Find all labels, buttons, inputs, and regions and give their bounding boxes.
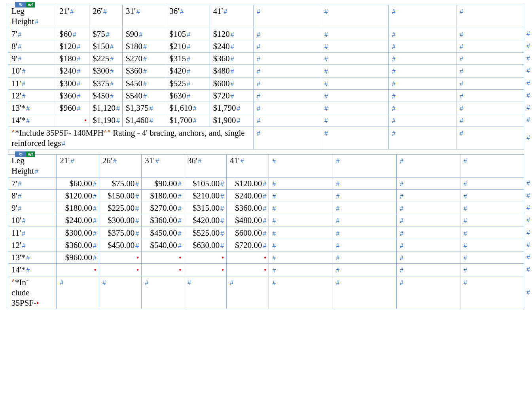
table-cell: $960#: [56, 102, 89, 114]
table-cell: 13'*#: [8, 102, 56, 114]
table-row: 11'#$300#$375#$450#$525#$600######: [8, 77, 524, 89]
table-cell: #: [333, 214, 396, 227]
table-cell: #: [396, 227, 460, 239]
table-cell: ##: [460, 227, 524, 239]
table-cell: #: [253, 28, 321, 40]
table-cell: •: [99, 251, 141, 264]
table-cell: 10'#: [8, 65, 56, 77]
table-header-cell: #: [253, 5, 321, 28]
table-cell: $75#: [89, 28, 123, 40]
table-cell: $420.00#: [184, 214, 226, 227]
table-cell: $105.00#: [184, 177, 226, 189]
table-cell: #: [269, 276, 333, 309]
table-header-cell: #: [456, 5, 524, 28]
table-cell: #: [388, 65, 456, 77]
table-cell: #: [253, 40, 321, 52]
table-cell: ##: [456, 127, 524, 149]
table-cell: ##: [456, 53, 524, 65]
table-row: 13'*#$960#$1,120#$1,375#$1,610#$1,790###…: [8, 102, 524, 114]
table-cell: #: [253, 65, 321, 77]
table-cell: #: [184, 276, 226, 309]
table-footnote-row: ∧*Include 35PSF- 140MPH∧∧ Rating - 4' br…: [8, 127, 524, 149]
table-cell: $360.00#: [57, 239, 99, 251]
table-cell: $450.00#: [99, 239, 141, 251]
table-cell: 11'#: [8, 227, 57, 239]
table-cell: #: [99, 276, 141, 309]
table-cell: $360.00#: [227, 202, 269, 214]
table-cell: $360.00#: [142, 214, 184, 227]
table-cell: #: [321, 40, 388, 52]
table-cell: #: [396, 214, 460, 227]
table-cell: #: [388, 28, 456, 40]
table-cell: #: [57, 276, 99, 309]
table-cell: #: [396, 177, 460, 189]
table-cell: #: [321, 28, 388, 40]
table-row: 7'#$60#$75#$90#$105#$120######: [8, 28, 524, 40]
table-cell: #: [396, 251, 460, 264]
table-cell: #: [253, 102, 321, 114]
table-cell: ##: [460, 202, 524, 214]
table-cell: •: [227, 251, 269, 264]
table-cell: ##: [460, 264, 524, 276]
table-row: 10'#$240.00#$300.00#$360.00#$420.00#$480…: [8, 214, 524, 227]
table-1-wrap: ↻ wf LegHeight#21'#26'#31'#36'#41'#####7…: [8, 5, 524, 149]
table-cell: $120#: [56, 40, 89, 52]
table-cell: $630.00#: [184, 239, 226, 251]
table-cell: #: [333, 189, 396, 202]
table-row: 14'*#•$1,190#$1,460#$1,700#$1,900######: [8, 114, 524, 127]
table-cell: ##: [456, 77, 524, 89]
table-cell: ##: [460, 239, 524, 251]
table-cell: #: [388, 127, 456, 149]
table-cell: $600#: [210, 77, 253, 89]
table-cell: $210.00#: [184, 189, 226, 202]
table-cell: $180#: [56, 53, 89, 65]
table-cell: $150#: [89, 40, 123, 52]
table-2-wrap: ↻ wf LegHeight#21'#26'#31'#36'#41'#####7…: [8, 154, 524, 309]
table-cell: $960.00#: [57, 251, 99, 264]
table-cell: $375.00#: [99, 227, 141, 239]
table-cell: #: [333, 251, 396, 264]
table-header-cell: 26'#: [99, 155, 141, 178]
table-row: 10'#$240#$300#$360#$420#$480######: [8, 65, 524, 77]
table-cell: 7'#: [8, 28, 56, 40]
table-footnote: ∧*Include 35PSF- 140MPH∧∧ Rating - 4' br…: [8, 127, 254, 149]
table-cell: ##: [460, 251, 524, 264]
table-row: 13'*#$960.00#••••#####: [8, 251, 524, 264]
table-cell: •: [184, 264, 226, 276]
table-cell: ##: [456, 89, 524, 102]
table-header-cell: #: [333, 155, 396, 178]
table-cell: $1,790#: [210, 102, 253, 114]
table-cell: $1,375#: [123, 102, 166, 114]
table-row: 14'*#•••••#####: [8, 264, 524, 276]
pricing-table-2: LegHeight#21'#26'#31'#36'#41'#####7'#$60…: [8, 154, 524, 309]
table-cell: #: [253, 77, 321, 89]
table-cell: #: [269, 251, 333, 264]
table-cell: #: [269, 214, 333, 227]
table-cell: #: [321, 127, 388, 149]
table-row: 11'#$300.00#$375.00#$450.00#$525.00#$600…: [8, 227, 524, 239]
table-cell: #: [396, 202, 460, 214]
table-cell: 9'#: [8, 53, 56, 65]
table-cell: •: [142, 264, 184, 276]
table-cell: $240.00#: [227, 189, 269, 202]
table-cell: #: [388, 89, 456, 102]
table-cell: #: [253, 114, 321, 127]
table-cell: #: [253, 89, 321, 102]
table-cell: #: [333, 239, 396, 251]
table-cell: ##: [456, 102, 524, 114]
table-cell: #: [396, 276, 460, 309]
table-cell: #: [388, 77, 456, 89]
table-header-cell: 31'#: [123, 5, 166, 28]
table-cell: ##: [456, 40, 524, 52]
table-cell: $375#: [89, 77, 123, 89]
table-cell: $105#: [166, 28, 210, 40]
table-cell: $75.00#: [99, 177, 141, 189]
table-cell: $1,700#: [166, 114, 210, 127]
table-cell: #: [396, 239, 460, 251]
table-cell: $120.00#: [227, 177, 269, 189]
table-cell: 12'#: [8, 239, 57, 251]
table-header-row: LegHeight#21'#26'#31'#36'#41'#####: [8, 5, 524, 28]
table-cell: #: [253, 127, 321, 149]
table-cell: ##: [456, 65, 524, 77]
table-footnote: ∧*In~clude35PSF-•: [8, 276, 57, 309]
